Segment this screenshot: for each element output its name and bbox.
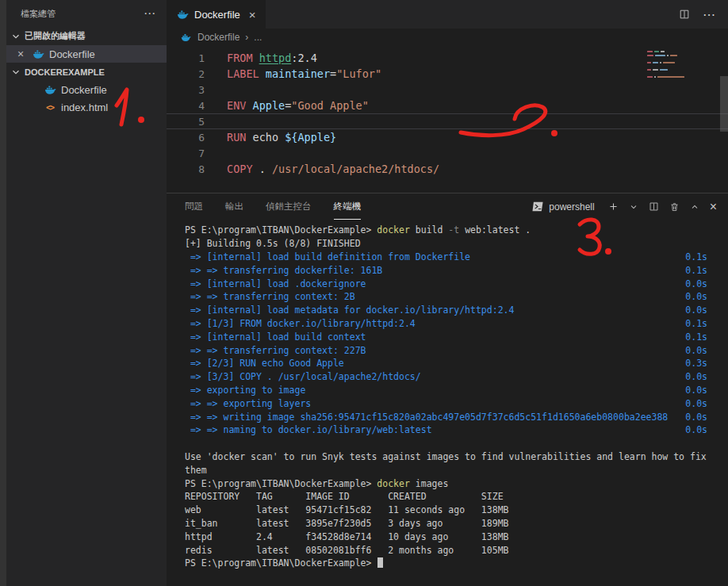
panel-header: 問題輸出偵錯主控台終端機 powershell — [167, 193, 728, 220]
editor-tab-bar: Dockerfile × ⋯ — [167, 0, 728, 29]
line-code: FROM httpd:2.4 — [205, 52, 317, 64]
panel-tabs: 問題輸出偵錯主控台終端機 — [185, 193, 361, 220]
terminal-line: PS E:\program\ITBAN\DockerExample> docke… — [185, 224, 728, 237]
line-number: 1 — [167, 52, 205, 64]
code-editor[interactable]: 1FROM httpd:2.42LABEL maintainer="Lufor"… — [167, 46, 728, 193]
close-icon[interactable]: × — [249, 8, 256, 21]
build-step-time: 0.3s — [685, 358, 728, 369]
code-line[interactable]: 8COPY . /usr/local/apache2/htdocs/ — [167, 161, 728, 177]
panel-tab-terminal[interactable]: 終端機 — [334, 193, 362, 220]
minimap[interactable] — [647, 51, 717, 78]
maximize-panel-icon[interactable] — [690, 202, 699, 212]
file-item[interactable]: <>index.html — [6, 98, 167, 116]
project-section-header[interactable]: DOCKEREXAMPLE — [6, 63, 167, 81]
terminal-line: [+] Building 0.5s (8/8) FINISHED — [185, 237, 728, 251]
terminal-line: => exporting to image0.0s — [185, 384, 728, 397]
code-line[interactable]: 2LABEL maintainer="Lufor" — [167, 66, 728, 82]
html-icon: <> — [44, 103, 56, 112]
line-number: 7 — [167, 147, 205, 159]
terminal-line: => [1/3] FROM docker.io/library/httpd:2.… — [185, 317, 728, 331]
split-editor-icon[interactable] — [679, 9, 690, 20]
docker-icon — [32, 48, 44, 60]
kill-terminal-icon[interactable] — [669, 201, 680, 213]
terminal-line: PS E:\program\ITBAN\DockerExample> docke… — [185, 477, 728, 490]
line-code: RUN echo ${Apple} — [205, 131, 336, 144]
open-editor-item[interactable]: ×Dockerfile — [6, 45, 167, 63]
explorer-header: 檔案總管 ⋯ — [6, 0, 167, 27]
file-label: index.html — [61, 101, 108, 113]
panel-tab-problems[interactable]: 問題 — [185, 193, 203, 220]
docker-icon — [44, 84, 56, 96]
line-number: 2 — [167, 68, 205, 80]
panel-actions: powershell — [532, 201, 717, 213]
build-step-time: 0.0s — [685, 412, 728, 423]
terminal-line: => [internal] load metadata for docker.i… — [185, 304, 728, 317]
code-line[interactable]: 4ENV Apple="Good Apple" — [167, 98, 728, 113]
terminal-line: => => transferring context: 2B0.0s — [185, 290, 728, 304]
new-terminal-icon[interactable] — [608, 201, 619, 212]
line-number: 6 — [167, 132, 205, 144]
terminal-cursor — [377, 557, 383, 568]
terminal-output[interactable]: PS E:\program\ITBAN\DockerExample> docke… — [167, 220, 728, 586]
build-step-time: 0.1s — [685, 265, 728, 276]
breadcrumb[interactable]: Dockerfile › ... — [167, 29, 728, 46]
build-step-time: 0.0s — [685, 398, 728, 409]
close-panel-icon[interactable]: × — [710, 201, 717, 213]
split-terminal-icon[interactable] — [649, 201, 659, 212]
terminal-line: => [3/3] COPY . /usr/local/apache2/htdoc… — [185, 370, 728, 384]
shell-label: powershell — [549, 201, 594, 213]
shell-selector[interactable]: powershell — [532, 201, 594, 213]
editor-scrollbar[interactable] — [720, 76, 728, 132]
close-icon[interactable]: × — [14, 48, 27, 60]
file-label: Dockerfile — [49, 48, 95, 60]
file-item[interactable]: Dockerfile — [6, 81, 167, 98]
terminal-line: Use 'docker scan' to run Snyk tests agai… — [185, 450, 728, 464]
terminal-line: => [internal] load build definition from… — [185, 251, 728, 264]
terminal-line: redis latest 08502081bff6 2 months ago 1… — [185, 543, 728, 557]
explorer-more-actions-icon[interactable]: ⋯ — [144, 6, 155, 21]
line-number: 4 — [167, 100, 205, 112]
activity-bar-edge — [0, 0, 6, 586]
file-label: Dockerfile — [61, 84, 107, 96]
terminal-line: => [internal] load build context0.1s — [185, 330, 728, 343]
panel-tab-debug-console[interactable]: 偵錯主控台 — [266, 193, 312, 220]
code-line[interactable]: 5 — [167, 113, 728, 129]
build-step-time: 0.0s — [685, 424, 728, 435]
chevron-down-icon[interactable] — [629, 202, 638, 212]
code-line[interactable]: 7 — [167, 145, 728, 161]
line-code: ENV Apple="Good Apple" — [205, 99, 369, 112]
open-editors-label: 已開啟的編輯器 — [25, 30, 86, 42]
terminal-line: => => exporting layers0.0s — [185, 396, 728, 410]
terminal-line: httpd 2.4 f34528d8e714 10 days ago 138MB — [185, 530, 728, 543]
docker-icon — [179, 33, 192, 43]
tab-dockerfile[interactable]: Dockerfile × — [167, 0, 266, 29]
build-step-time: 0.1s — [685, 318, 728, 329]
open-editors-list: ×Dockerfile — [6, 45, 167, 63]
build-step-time: 0.1s — [685, 331, 728, 343]
open-editors-section-header[interactable]: 已開啟的編輯器 — [6, 27, 167, 45]
panel-tab-output[interactable]: 輸出 — [225, 193, 243, 220]
terminal-line: them — [185, 463, 728, 477]
terminal-line: => => transferring dockerfile: 161B0.1s — [185, 263, 728, 277]
code-line[interactable]: 1FROM httpd:2.4 — [167, 50, 728, 66]
build-step-time: 0.0s — [685, 291, 728, 302]
breadcrumb-file[interactable]: Dockerfile — [197, 32, 239, 43]
code-line[interactable]: 3 — [167, 82, 728, 98]
project-label: DOCKEREXAMPLE — [25, 67, 105, 77]
file-explorer-sidebar: 檔案總管 ⋯ 已開啟的編輯器 ×Dockerfile DOCKEREXAMPLE… — [6, 0, 167, 586]
terminal-line: => [2/3] RUN echo Good Apple0.3s — [185, 357, 728, 370]
chevron-down-icon — [10, 67, 22, 78]
more-actions-icon[interactable]: ⋯ — [703, 7, 715, 22]
build-step-time: 0.0s — [685, 304, 728, 316]
chevron-down-icon — [10, 31, 22, 42]
terminal-line: => => writing image sha256:95471cf15c820… — [185, 410, 728, 423]
editor-toolbar: ⋯ — [679, 0, 728, 29]
explorer-title: 檔案總管 — [21, 8, 56, 20]
breadcrumb-more[interactable]: ... — [254, 32, 262, 43]
bottom-panel: 問題輸出偵錯主控台終端機 powershell — [167, 193, 728, 586]
code-line[interactable]: 6RUN echo ${Apple} — [167, 129, 728, 145]
terminal-line: it_ban latest 3895e7f230d5 3 days ago 18… — [185, 517, 728, 530]
docker-icon — [176, 9, 189, 21]
build-step-time: 0.0s — [685, 385, 728, 396]
tab-label: Dockerfile — [194, 9, 240, 21]
